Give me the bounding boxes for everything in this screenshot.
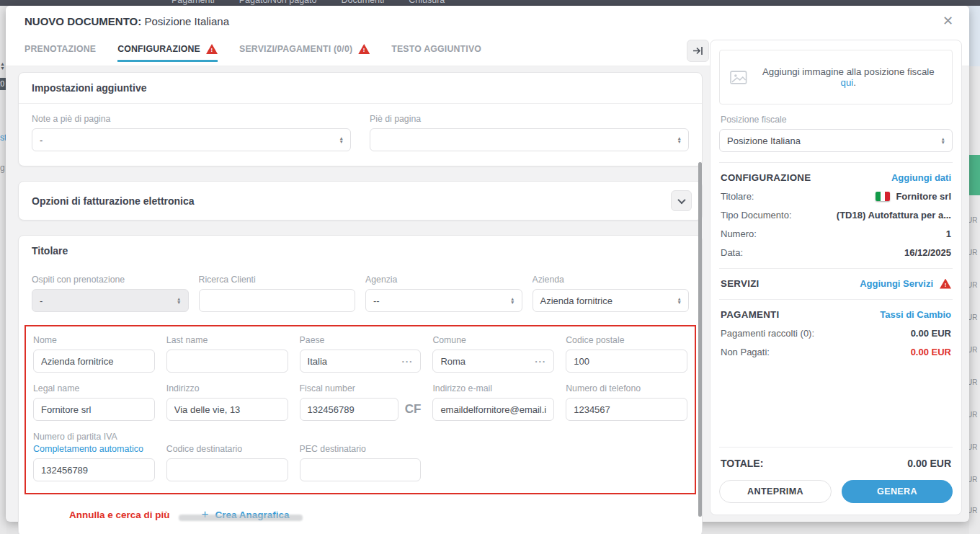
select-value: Azienda fornitrice — [540, 295, 612, 306]
genera-button[interactable]: GENERA — [842, 480, 953, 503]
section-title: Opzioni di fatturazione elettronica — [32, 195, 195, 207]
image-icon — [730, 71, 747, 84]
nome-field: Nome — [33, 335, 155, 373]
field-label: Note a piè di pagina — [32, 114, 351, 124]
comune-picker[interactable]: ··· — [432, 350, 554, 373]
warning-icon: ! — [940, 279, 951, 289]
modal-title-label: NUOVO DOCUMENTO: — [24, 15, 141, 27]
partita-iva-input[interactable] — [41, 465, 147, 476]
expand-section-button[interactable] — [671, 190, 692, 211]
topnav-item-pagato-non-pagato[interactable]: Pagato/Non pagato — [239, 0, 317, 5]
modal-tabs: PRENOTAZIONE CONFIGURAZIONE ! SERVIZI/PA… — [24, 44, 481, 62]
fiscal-position-label: Posizione fiscale — [721, 115, 951, 125]
background-eur-fragment: UR — [969, 476, 977, 484]
page: Pagamenti Pagato/Non pagato Documenti Ch… — [0, 0, 980, 534]
exchange-rates-link[interactable]: Tassi di Cambio — [880, 309, 951, 320]
collapse-sidebar-button[interactable] — [687, 40, 709, 62]
configurazione-title: CONFIGURAZIONE — [721, 172, 811, 183]
tab-servizi-pagamenti[interactable]: SERVIZI/PAGAMENTI (0/0) ! — [239, 44, 370, 62]
topnav-item-documenti[interactable]: Documenti — [342, 0, 385, 5]
guests-field: Ospiti con prenotazione - ▲▼ — [32, 275, 189, 312]
add-image-hint: Aggiungi immagine alla posizione fiscale… — [719, 50, 953, 104]
paese-picker[interactable]: ··· — [300, 350, 422, 373]
codice-destinatario-field: Codice destinatario — [166, 432, 288, 481]
pec-destinatario-field: PEC destinatario — [300, 432, 422, 481]
legal-name-input[interactable] — [41, 404, 147, 415]
comune-field: Comune ··· — [432, 335, 554, 373]
indirizzo-input[interactable] — [174, 404, 280, 415]
tab-testo-aggiuntivo[interactable]: TESTO AGGIUNTIVO — [391, 44, 481, 62]
data-row: Data: 16/12/2025 — [719, 247, 953, 258]
email-input[interactable] — [440, 404, 546, 415]
telefono-field: Numero di telefono — [566, 383, 687, 421]
add-data-link[interactable]: Aggiungi dati — [891, 172, 951, 183]
tab-label: TESTO AGGIUNTIVO — [391, 44, 481, 54]
codice-postale-input[interactable] — [574, 356, 680, 367]
pec-destinatario-input[interactable] — [308, 465, 414, 476]
footer-note-select[interactable]: - ▲▼ — [32, 128, 351, 151]
more-options-icon[interactable]: ··· — [401, 356, 413, 367]
pagamenti-raccolti-row: Pagamenti raccolti (0): 0.00 EUR — [719, 328, 953, 339]
pagamenti-section-header: PAGAMENTI Tassi di Cambio — [719, 300, 953, 320]
section-titolare: Titolare Ospiti con prenotazione - ▲▼ Ri… — [18, 235, 703, 534]
totale-value: 0.00 EUR — [907, 458, 951, 469]
field-label: Nome — [33, 335, 155, 345]
warning-icon: ! — [358, 44, 370, 54]
background-eur-fragment: UR — [969, 281, 977, 289]
select-arrows-icon: ▲▼ — [339, 136, 344, 143]
row-label: Numero: — [721, 228, 757, 239]
agency-select[interactable]: -- ▲▼ — [365, 289, 522, 312]
codice-destinatario-input[interactable] — [174, 465, 280, 476]
background-header-block — [969, 6, 980, 66]
field-label: Comune — [432, 335, 554, 345]
company-select[interactable]: Azienda fornitrice ▲▼ — [533, 289, 690, 312]
section-fatturazione-elettronica: Opzioni di fatturazione elettronica — [18, 181, 703, 221]
fiscal-number-input[interactable] — [308, 404, 391, 415]
telefono-input[interactable] — [574, 404, 680, 415]
field-label: Agenzia — [365, 275, 522, 285]
field-label: Paese — [300, 335, 422, 345]
anteprima-button[interactable]: ANTEPRIMA — [719, 480, 832, 503]
client-search-input[interactable] — [207, 295, 348, 306]
arrow-to-bar-icon — [692, 46, 703, 55]
field-label: Piè di pagina — [370, 114, 689, 124]
paese-input[interactable] — [308, 356, 402, 367]
field-label: Codice postale — [566, 335, 687, 345]
footer-select[interactable]: ▲▼ — [370, 128, 689, 151]
add-image-link[interactable]: qui — [841, 77, 854, 88]
pagamenti-title: PAGAMENTI — [721, 309, 780, 320]
topnav-item-pagamenti[interactable]: Pagamenti — [172, 0, 215, 5]
topnav-item-chiusura[interactable]: Chiusura — [409, 0, 445, 5]
guests-select[interactable]: - ▲▼ — [32, 289, 189, 312]
autocomplete-link[interactable]: Completamento automatico — [33, 444, 155, 454]
background-green-cell — [969, 155, 980, 195]
more-options-icon[interactable]: ··· — [535, 356, 546, 367]
select-value: Posizione Italiana — [727, 135, 801, 146]
nome-input[interactable] — [41, 356, 147, 367]
background-date-fragment — [179, 515, 303, 521]
fiscal-position-select[interactable]: Posizione Italiana ▲▼ — [719, 129, 953, 152]
company-field: Azienda Azienda fornitrice ▲▼ — [533, 275, 690, 312]
comune-input[interactable] — [440, 356, 535, 367]
cancel-search-more-button[interactable]: Annulla e cerca di più — [69, 509, 170, 520]
cf-badge[interactable]: CF — [405, 402, 422, 417]
field-label: Fiscal number — [300, 383, 422, 393]
tab-configurazione[interactable]: CONFIGURAZIONE ! — [117, 44, 218, 62]
warning-icon: ! — [206, 44, 218, 54]
background-eur-fragment: UR — [969, 249, 977, 257]
tab-prenotazione[interactable]: PRENOTAZIONE — [24, 44, 96, 62]
add-services-link[interactable]: Aggiungi Servizi ! — [860, 278, 951, 289]
field-label: Azienda — [533, 275, 690, 285]
row-label: Data: — [721, 247, 743, 258]
last-name-input[interactable] — [174, 356, 280, 367]
italy-flag-icon — [876, 192, 890, 201]
close-icon[interactable]: ✕ — [943, 14, 953, 27]
indirizzo-field: Indirizzo — [166, 383, 288, 421]
background-eur-fragment: UR — [969, 443, 977, 451]
main-scrollbar[interactable] — [698, 162, 702, 517]
add-services-label: Aggiungi Servizi — [860, 278, 933, 289]
field-label: Last name — [166, 335, 288, 345]
agency-field: Agenzia -- ▲▼ — [365, 275, 522, 312]
field-label: Numero di partita IVA — [33, 432, 155, 442]
field-label: Indirizzo e-mail — [432, 383, 554, 393]
